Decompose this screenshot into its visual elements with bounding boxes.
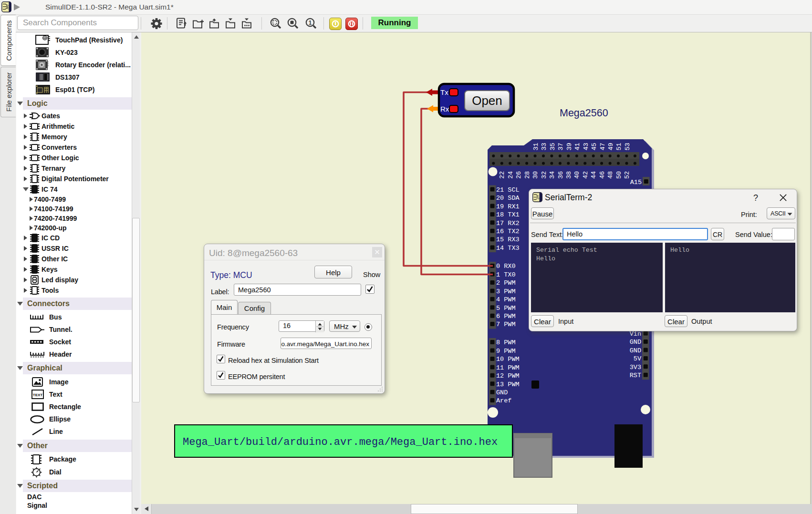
svg-text:35: 35 — [549, 143, 556, 150]
svg-text:1: 1 — [309, 20, 312, 26]
svg-text:14 TX3: 14 TX3 — [496, 245, 520, 252]
svg-text:GND: GND — [630, 339, 641, 346]
svg-text:8 PWM: 8 PWM — [496, 339, 516, 346]
svg-text:0 RX0: 0 RX0 — [496, 263, 516, 270]
svg-text:38: 38 — [565, 171, 573, 179]
svg-text:31: 31 — [532, 143, 540, 150]
svg-text:34: 34 — [549, 171, 556, 179]
svg-text:Open: Open — [472, 93, 502, 108]
svg-text:44: 44 — [590, 171, 597, 179]
svg-text:41: 41 — [574, 143, 581, 150]
svg-text:50: 50 — [615, 171, 623, 179]
svg-text:20 SDA: 20 SDA — [496, 195, 520, 202]
svg-text:6 PWM: 6 PWM — [496, 313, 516, 320]
svg-text:RST: RST — [630, 372, 641, 379]
svg-text:21 SCL: 21 SCL — [496, 186, 520, 194]
svg-text:3V3: 3V3 — [630, 364, 641, 371]
svg-text:2 PWM: 2 PWM — [496, 279, 516, 287]
svg-text:36: 36 — [557, 171, 564, 179]
svg-text:30: 30 — [532, 171, 539, 179]
svg-text:42: 42 — [582, 171, 589, 179]
svg-text:26: 26 — [515, 171, 522, 179]
svg-text:53: 53 — [624, 143, 631, 150]
svg-text:10 PWM: 10 PWM — [496, 356, 520, 363]
svg-text:22: 22 — [499, 171, 506, 179]
svg-text:GND: GND — [630, 347, 641, 354]
svg-text:TEXT: TEXT — [33, 393, 43, 397]
svg-text:4 PWM: 4 PWM — [496, 296, 516, 303]
svg-text:16 TX2: 16 TX2 — [496, 228, 520, 235]
svg-text:46: 46 — [599, 171, 606, 179]
svg-text:28: 28 — [524, 171, 531, 179]
svg-text:GND: GND — [496, 389, 508, 396]
svg-text:24: 24 — [507, 171, 514, 179]
svg-text:49: 49 — [607, 143, 614, 150]
svg-text:51: 51 — [615, 143, 623, 150]
svg-text:45: 45 — [591, 143, 598, 150]
svg-text:17 RX2: 17 RX2 — [496, 220, 520, 227]
svg-text:Aref: Aref — [496, 397, 511, 404]
svg-text:1 TX0: 1 TX0 — [496, 271, 516, 278]
svg-text:13 PWM: 13 PWM — [496, 381, 520, 388]
svg-text:12 PWM: 12 PWM — [496, 372, 520, 380]
svg-text:A15: A15 — [630, 179, 642, 186]
svg-text:Mega2560: Mega2560 — [560, 107, 608, 119]
svg-text:37: 37 — [557, 143, 564, 150]
svg-text:15 RX3: 15 RX3 — [496, 236, 520, 243]
svg-text:32: 32 — [541, 171, 548, 179]
svg-text:39: 39 — [566, 143, 573, 150]
svg-text:43: 43 — [583, 143, 590, 150]
svg-text:Rx: Rx — [440, 105, 449, 113]
svg-text:Tx: Tx — [440, 88, 448, 96]
svg-text:7 PWM: 7 PWM — [496, 321, 516, 328]
svg-text:52: 52 — [624, 171, 631, 179]
svg-text:11 PWM: 11 PWM — [496, 364, 520, 371]
svg-text:3 PWM: 3 PWM — [496, 288, 516, 295]
svg-text:33: 33 — [541, 143, 548, 150]
svg-text:5 PWM: 5 PWM — [496, 305, 516, 312]
svg-text:48: 48 — [607, 171, 614, 179]
svg-text:5V: 5V — [634, 355, 642, 362]
svg-text:19 RX1: 19 RX1 — [496, 203, 520, 210]
svg-text:9 PWM: 9 PWM — [496, 348, 516, 355]
svg-text:18 TX1: 18 TX1 — [496, 211, 520, 218]
svg-text:47: 47 — [599, 143, 606, 150]
svg-text:40: 40 — [573, 171, 581, 179]
